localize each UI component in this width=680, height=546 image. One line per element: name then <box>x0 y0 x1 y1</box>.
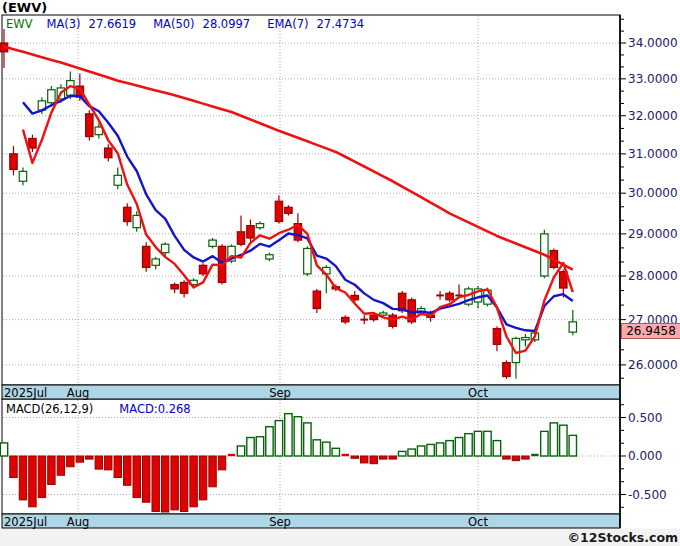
legend-ma3-label: MA(3) <box>47 17 81 31</box>
svg-text:Oct: Oct <box>468 386 488 400</box>
svg-text:Oct: Oct <box>468 515 488 529</box>
stock-chart-page: 34.000033.000032.000031.000030.000029.00… <box>0 0 680 546</box>
current-price-badge: 26.9458 <box>621 323 680 339</box>
svg-text:Aug: Aug <box>67 515 89 529</box>
svg-text:0.500: 0.500 <box>628 411 662 425</box>
svg-text:2025Jul: 2025Jul <box>4 515 47 529</box>
watermark-link: ©12Stocks.com <box>568 530 678 545</box>
svg-text:Aug: Aug <box>67 386 89 400</box>
page-title: (EWV) <box>2 0 47 15</box>
legend-ma50-label: MA(50) <box>153 17 194 31</box>
price-legend: EWV MA(3) 27.6619 MA(50) 28.0997 EMA(7) … <box>6 17 381 31</box>
svg-text:-0.500: -0.500 <box>628 488 667 502</box>
macd-legend: MACD(26,12,9) MACD:0.268 <box>6 402 191 416</box>
svg-text:30.0000: 30.0000 <box>628 186 678 200</box>
svg-text:Sep: Sep <box>269 515 291 529</box>
legend-ma50-value: 28.0997 <box>203 17 251 31</box>
svg-text:2025Jul: 2025Jul <box>4 386 47 400</box>
macd-current-value: MACD:0.268 <box>119 402 190 416</box>
svg-text:31.0000: 31.0000 <box>628 147 678 161</box>
svg-text:Sep: Sep <box>269 386 291 400</box>
legend-ma3-value: 27.6619 <box>89 17 137 31</box>
legend-ema7-label: EMA(7) <box>267 17 308 31</box>
svg-text:28.0000: 28.0000 <box>628 269 678 283</box>
svg-text:33.0000: 33.0000 <box>628 72 678 86</box>
svg-text:29.0000: 29.0000 <box>628 227 678 241</box>
svg-text:0.000: 0.000 <box>628 449 662 463</box>
legend-symbol: EWV <box>6 17 33 31</box>
svg-text:32.0000: 32.0000 <box>628 109 678 123</box>
svg-text:34.0000: 34.0000 <box>628 36 678 50</box>
legend-ema7-value: 27.4734 <box>317 17 365 31</box>
svg-text:26.0000: 26.0000 <box>628 358 678 372</box>
chart-canvas: 34.000033.000032.000031.000030.000029.00… <box>0 0 680 546</box>
macd-params-label: MACD(26,12,9) <box>6 402 93 416</box>
